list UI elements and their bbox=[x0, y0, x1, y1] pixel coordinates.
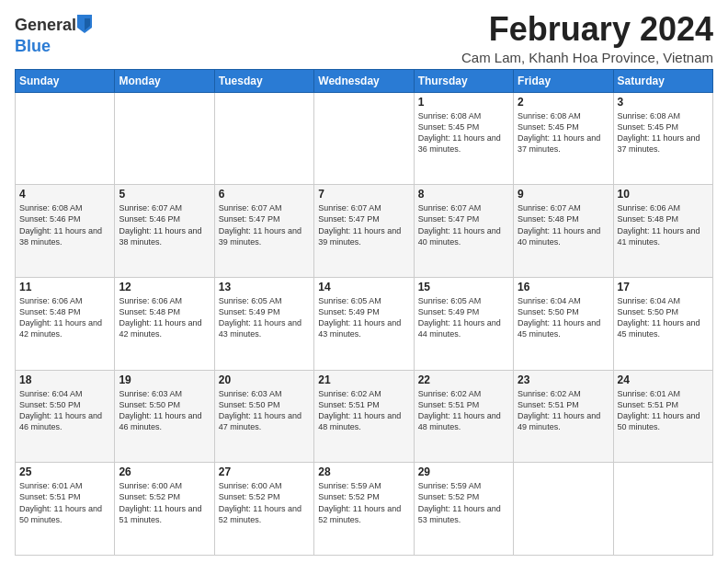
day-info: Sunrise: 6:05 AM Sunset: 5:49 PM Dayligh… bbox=[219, 295, 310, 340]
calendar-week-1: 1Sunrise: 6:08 AM Sunset: 5:45 PM Daylig… bbox=[16, 92, 713, 185]
calendar-cell: 17Sunrise: 6:04 AM Sunset: 5:50 PM Dayli… bbox=[613, 277, 712, 370]
day-number: 6 bbox=[219, 188, 310, 201]
calendar-week-5: 25Sunrise: 6:01 AM Sunset: 5:51 PM Dayli… bbox=[16, 463, 713, 556]
calendar-week-2: 4Sunrise: 6:08 AM Sunset: 5:46 PM Daylig… bbox=[16, 185, 713, 278]
day-info: Sunrise: 6:03 AM Sunset: 5:50 PM Dayligh… bbox=[119, 388, 210, 433]
calendar-cell: 20Sunrise: 6:03 AM Sunset: 5:50 PM Dayli… bbox=[214, 370, 313, 463]
calendar-cell bbox=[514, 463, 613, 556]
day-number: 17 bbox=[618, 281, 709, 293]
day-number: 26 bbox=[119, 465, 210, 478]
calendar-cell: 21Sunrise: 6:02 AM Sunset: 5:51 PM Dayli… bbox=[314, 370, 414, 463]
day-info: Sunrise: 6:02 AM Sunset: 5:51 PM Dayligh… bbox=[318, 388, 409, 433]
calendar-week-3: 11Sunrise: 6:06 AM Sunset: 5:48 PM Dayli… bbox=[16, 277, 713, 370]
calendar-cell: 13Sunrise: 6:05 AM Sunset: 5:49 PM Dayli… bbox=[214, 277, 313, 370]
header: General Blue February 2024 Cam Lam, Khan… bbox=[15, 11, 713, 65]
day-info: Sunrise: 6:07 AM Sunset: 5:47 PM Dayligh… bbox=[318, 202, 409, 247]
calendar-table: SundayMondayTuesdayWednesdayThursdayFrid… bbox=[15, 69, 713, 556]
day-number: 29 bbox=[418, 465, 509, 478]
calendar-cell: 11Sunrise: 6:06 AM Sunset: 5:48 PM Dayli… bbox=[16, 277, 115, 370]
day-info: Sunrise: 6:00 AM Sunset: 5:52 PM Dayligh… bbox=[219, 480, 310, 525]
calendar-cell: 7Sunrise: 6:07 AM Sunset: 5:47 PM Daylig… bbox=[314, 185, 414, 278]
day-info: Sunrise: 6:04 AM Sunset: 5:50 PM Dayligh… bbox=[618, 295, 709, 340]
day-number: 3 bbox=[618, 96, 709, 109]
day-header-monday: Monday bbox=[115, 69, 214, 92]
logo-icon bbox=[77, 15, 92, 38]
day-number: 27 bbox=[219, 465, 310, 478]
day-number: 14 bbox=[318, 281, 409, 293]
day-number: 5 bbox=[119, 188, 210, 201]
day-info: Sunrise: 6:07 AM Sunset: 5:47 PM Dayligh… bbox=[418, 202, 509, 247]
calendar-cell bbox=[314, 92, 414, 185]
calendar-cell: 22Sunrise: 6:02 AM Sunset: 5:51 PM Dayli… bbox=[414, 370, 513, 463]
day-number: 10 bbox=[618, 188, 709, 201]
main-title: February 2024 bbox=[461, 11, 713, 48]
calendar-cell: 1Sunrise: 6:08 AM Sunset: 5:45 PM Daylig… bbox=[414, 92, 513, 185]
logo-general-text: General bbox=[15, 16, 76, 34]
calendar-cell: 3Sunrise: 6:08 AM Sunset: 5:45 PM Daylig… bbox=[613, 92, 712, 185]
day-info: Sunrise: 6:06 AM Sunset: 5:48 PM Dayligh… bbox=[618, 202, 709, 247]
calendar-cell: 9Sunrise: 6:07 AM Sunset: 5:48 PM Daylig… bbox=[514, 185, 613, 278]
calendar-cell: 14Sunrise: 6:05 AM Sunset: 5:49 PM Dayli… bbox=[314, 277, 414, 370]
day-number: 4 bbox=[19, 188, 110, 201]
day-header-wednesday: Wednesday bbox=[314, 69, 414, 92]
day-info: Sunrise: 6:07 AM Sunset: 5:46 PM Dayligh… bbox=[119, 202, 210, 247]
day-header-thursday: Thursday bbox=[414, 69, 513, 92]
day-number: 11 bbox=[19, 281, 110, 293]
day-number: 7 bbox=[318, 188, 409, 201]
day-info: Sunrise: 6:08 AM Sunset: 5:45 PM Dayligh… bbox=[618, 110, 709, 155]
calendar-cell bbox=[613, 463, 712, 556]
day-number: 28 bbox=[318, 465, 409, 478]
day-info: Sunrise: 6:07 AM Sunset: 5:47 PM Dayligh… bbox=[219, 202, 310, 247]
day-info: Sunrise: 6:03 AM Sunset: 5:50 PM Dayligh… bbox=[219, 388, 310, 433]
calendar-cell: 4Sunrise: 6:08 AM Sunset: 5:46 PM Daylig… bbox=[16, 185, 115, 278]
day-info: Sunrise: 6:02 AM Sunset: 5:51 PM Dayligh… bbox=[518, 388, 609, 433]
day-info: Sunrise: 6:06 AM Sunset: 5:48 PM Dayligh… bbox=[19, 295, 110, 340]
day-header-friday: Friday bbox=[514, 69, 613, 92]
day-number: 21 bbox=[318, 373, 409, 386]
calendar-header-row: SundayMondayTuesdayWednesdayThursdayFrid… bbox=[16, 69, 713, 92]
calendar-cell bbox=[16, 92, 115, 185]
day-number: 25 bbox=[19, 465, 110, 478]
day-info: Sunrise: 6:07 AM Sunset: 5:48 PM Dayligh… bbox=[518, 202, 609, 247]
day-info: Sunrise: 6:02 AM Sunset: 5:51 PM Dayligh… bbox=[418, 388, 509, 433]
logo-blue-text: Blue bbox=[15, 37, 51, 55]
day-number: 23 bbox=[518, 373, 609, 386]
day-number: 24 bbox=[618, 373, 709, 386]
day-info: Sunrise: 6:04 AM Sunset: 5:50 PM Dayligh… bbox=[518, 295, 609, 340]
day-info: Sunrise: 6:01 AM Sunset: 5:51 PM Dayligh… bbox=[618, 388, 709, 433]
day-number: 8 bbox=[418, 188, 509, 201]
day-header-sunday: Sunday bbox=[16, 69, 115, 92]
day-info: Sunrise: 5:59 AM Sunset: 5:52 PM Dayligh… bbox=[418, 480, 509, 525]
day-info: Sunrise: 6:08 AM Sunset: 5:46 PM Dayligh… bbox=[19, 202, 110, 247]
calendar-cell: 24Sunrise: 6:01 AM Sunset: 5:51 PM Dayli… bbox=[613, 370, 712, 463]
calendar-cell: 23Sunrise: 6:02 AM Sunset: 5:51 PM Dayli… bbox=[514, 370, 613, 463]
page: General Blue February 2024 Cam Lam, Khan… bbox=[0, 0, 728, 563]
calendar-week-4: 18Sunrise: 6:04 AM Sunset: 5:50 PM Dayli… bbox=[16, 370, 713, 463]
day-number: 19 bbox=[119, 373, 210, 386]
title-area: February 2024 Cam Lam, Khanh Hoa Provinc… bbox=[461, 11, 713, 65]
day-info: Sunrise: 5:59 AM Sunset: 5:52 PM Dayligh… bbox=[318, 480, 409, 525]
subtitle: Cam Lam, Khanh Hoa Province, Vietnam bbox=[461, 50, 713, 65]
calendar-cell: 12Sunrise: 6:06 AM Sunset: 5:48 PM Dayli… bbox=[115, 277, 214, 370]
day-number: 9 bbox=[518, 188, 609, 201]
calendar-cell: 18Sunrise: 6:04 AM Sunset: 5:50 PM Dayli… bbox=[16, 370, 115, 463]
calendar-cell: 28Sunrise: 5:59 AM Sunset: 5:52 PM Dayli… bbox=[314, 463, 414, 556]
day-number: 18 bbox=[19, 373, 110, 386]
day-info: Sunrise: 6:05 AM Sunset: 5:49 PM Dayligh… bbox=[418, 295, 509, 340]
calendar-cell: 15Sunrise: 6:05 AM Sunset: 5:49 PM Dayli… bbox=[414, 277, 513, 370]
day-number: 22 bbox=[418, 373, 509, 386]
day-info: Sunrise: 6:00 AM Sunset: 5:52 PM Dayligh… bbox=[119, 480, 210, 525]
day-info: Sunrise: 6:04 AM Sunset: 5:50 PM Dayligh… bbox=[19, 388, 110, 433]
logo: General Blue bbox=[15, 15, 92, 56]
calendar-cell: 8Sunrise: 6:07 AM Sunset: 5:47 PM Daylig… bbox=[414, 185, 513, 278]
day-info: Sunrise: 6:01 AM Sunset: 5:51 PM Dayligh… bbox=[19, 480, 110, 525]
calendar-cell bbox=[115, 92, 214, 185]
day-number: 15 bbox=[418, 281, 509, 293]
calendar-cell bbox=[214, 92, 313, 185]
calendar-cell: 16Sunrise: 6:04 AM Sunset: 5:50 PM Dayli… bbox=[514, 277, 613, 370]
calendar-cell: 19Sunrise: 6:03 AM Sunset: 5:50 PM Dayli… bbox=[115, 370, 214, 463]
day-number: 1 bbox=[418, 96, 509, 109]
day-info: Sunrise: 6:08 AM Sunset: 5:45 PM Dayligh… bbox=[518, 110, 609, 155]
day-header-saturday: Saturday bbox=[613, 69, 712, 92]
day-info: Sunrise: 6:06 AM Sunset: 5:48 PM Dayligh… bbox=[119, 295, 210, 340]
